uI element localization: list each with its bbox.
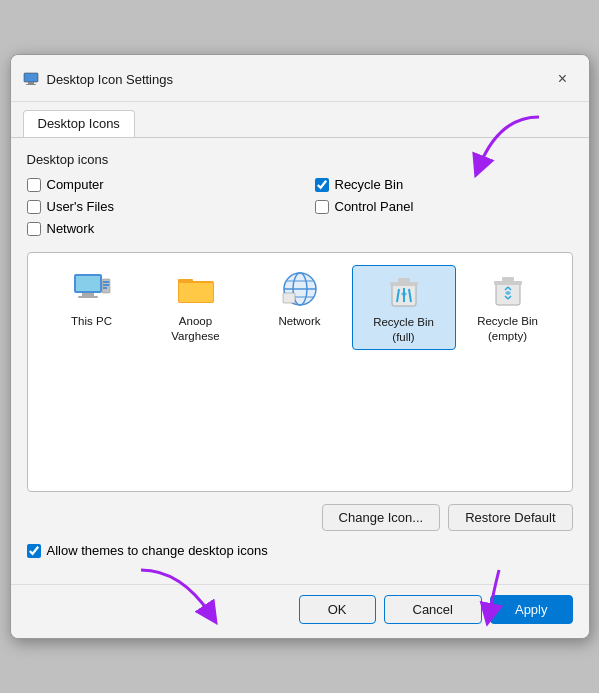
checkbox-recycle-label: Recycle Bin xyxy=(335,177,404,192)
tab-bar: Desktop Icons xyxy=(11,102,589,138)
icon-buttons-row: Change Icon... Restore Default xyxy=(27,504,573,531)
icon-anoop-label: AnoopVarghese xyxy=(171,314,219,344)
svg-rect-25 xyxy=(494,281,522,285)
title-bar-left: Desktop Icon Settings xyxy=(23,71,173,87)
tab-desktop-icons[interactable]: Desktop Icons xyxy=(23,110,135,137)
dialog-body: Desktop icons Computer Recycle Bin User'… xyxy=(11,138,589,584)
network-icon xyxy=(280,269,320,309)
checkbox-controlpanel-label: Control Panel xyxy=(335,199,414,214)
allow-themes-checkbox[interactable] xyxy=(27,544,41,558)
svg-rect-10 xyxy=(103,287,107,289)
checkbox-userfiles-label: User's Files xyxy=(47,199,115,214)
icon-recycle-full-label: Recycle Bin(full) xyxy=(373,315,434,345)
change-icon-button[interactable]: Change Icon... xyxy=(322,504,441,531)
recycle-empty-icon xyxy=(488,269,528,309)
svg-rect-12 xyxy=(178,279,193,283)
close-button[interactable]: × xyxy=(549,65,577,93)
icon-anoop[interactable]: AnoopVarghese xyxy=(144,265,248,350)
ok-button[interactable]: OK xyxy=(299,595,376,624)
icon-recycle-full[interactable]: Recycle Bin(full) xyxy=(352,265,456,350)
checkbox-network[interactable]: Network xyxy=(27,221,285,236)
title-bar: Desktop Icon Settings × xyxy=(11,55,589,102)
cancel-button[interactable]: Cancel xyxy=(384,595,482,624)
checkbox-network-label: Network xyxy=(47,221,95,236)
checkbox-recycle[interactable]: Recycle Bin xyxy=(315,177,573,192)
restore-default-button[interactable]: Restore Default xyxy=(448,504,572,531)
recycle-full-icon xyxy=(384,270,424,310)
svg-rect-2 xyxy=(26,84,36,85)
checkbox-userfiles[interactable]: User's Files xyxy=(27,199,285,214)
svg-rect-6 xyxy=(78,296,98,298)
svg-rect-20 xyxy=(283,293,295,303)
svg-rect-22 xyxy=(390,282,418,286)
svg-rect-5 xyxy=(82,293,94,296)
checkbox-controlpanel-input[interactable] xyxy=(315,200,329,214)
footer-buttons: OK Cancel Apply xyxy=(11,584,589,638)
svg-rect-26 xyxy=(502,277,514,281)
apply-button[interactable]: Apply xyxy=(490,595,573,624)
svg-rect-23 xyxy=(398,278,410,282)
icon-network-label: Network xyxy=(278,314,320,329)
icons-grid: This PC AnoopVarghese xyxy=(40,265,560,350)
icons-panel: This PC AnoopVarghese xyxy=(27,252,573,492)
section-heading: Desktop icons xyxy=(27,152,573,167)
this-pc-icon xyxy=(72,269,112,309)
checkbox-recycle-input[interactable] xyxy=(315,178,329,192)
checkboxes-grid: Computer Recycle Bin User's Files Contro… xyxy=(27,177,573,236)
anoop-icon xyxy=(176,269,216,309)
icon-this-pc[interactable]: This PC xyxy=(40,265,144,350)
icon-recycle-empty-label: Recycle Bin(empty) xyxy=(477,314,538,344)
checkbox-userfiles-input[interactable] xyxy=(27,200,41,214)
icon-this-pc-label: This PC xyxy=(71,314,112,329)
svg-rect-8 xyxy=(103,281,109,283)
icon-network[interactable]: Network xyxy=(248,265,352,350)
svg-rect-1 xyxy=(28,82,34,84)
dialog-icon xyxy=(23,71,39,87)
checkbox-computer-label: Computer xyxy=(47,177,104,192)
svg-rect-0 xyxy=(24,73,38,82)
allow-themes-label: Allow themes to change desktop icons xyxy=(47,543,268,558)
checkbox-computer[interactable]: Computer xyxy=(27,177,285,192)
svg-rect-4 xyxy=(76,276,100,291)
checkbox-controlpanel[interactable]: Control Panel xyxy=(315,199,573,214)
allow-themes-row: Allow themes to change desktop icons xyxy=(27,543,573,558)
icon-recycle-empty[interactable]: Recycle Bin(empty) xyxy=(456,265,560,350)
dialog-title: Desktop Icon Settings xyxy=(47,72,173,87)
checkbox-computer-input[interactable] xyxy=(27,178,41,192)
desktop-icon-settings-dialog: Desktop Icon Settings × Desktop Icons De… xyxy=(10,54,590,639)
svg-rect-9 xyxy=(103,284,109,286)
svg-rect-13 xyxy=(179,283,213,302)
checkbox-network-input[interactable] xyxy=(27,222,41,236)
